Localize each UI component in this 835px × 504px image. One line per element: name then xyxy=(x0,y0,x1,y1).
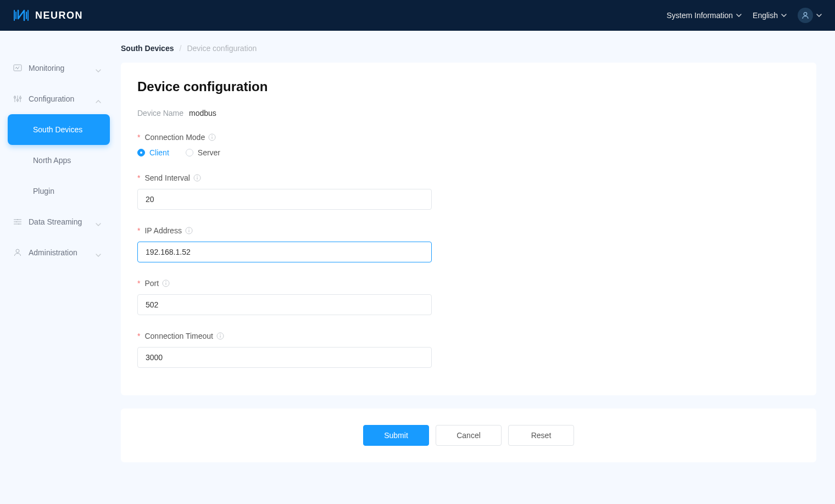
sidebar-item-label: North Apps xyxy=(33,156,71,165)
port-input[interactable] xyxy=(137,294,432,315)
sidebar-item-monitoring[interactable]: Monitoring xyxy=(0,53,110,83)
system-info-menu[interactable]: System Information xyxy=(666,11,742,20)
breadcrumb-separator: / xyxy=(179,44,181,53)
sidebar-item-configuration[interactable]: Configuration xyxy=(0,83,110,114)
radio-client[interactable]: Client xyxy=(137,148,169,157)
sidebar-item-label: Configuration xyxy=(29,94,89,103)
sidebar: Monitoring Configuration South Devi xyxy=(0,31,110,504)
form-label: * Connection Mode xyxy=(137,133,800,142)
info-icon[interactable] xyxy=(185,227,193,234)
stream-icon xyxy=(13,217,22,226)
svg-rect-11 xyxy=(212,137,213,139)
breadcrumb-current: Device configuration xyxy=(187,44,257,53)
language-menu[interactable]: English xyxy=(753,11,787,20)
radio-label: Server xyxy=(198,148,220,157)
field-ip-address: * IP Address xyxy=(137,226,800,262)
user-menu[interactable] xyxy=(798,8,822,23)
field-connection-timeout: * Connection Timeout xyxy=(137,332,800,368)
svg-rect-4 xyxy=(20,97,21,99)
field-port: * Port xyxy=(137,279,800,315)
svg-point-0 xyxy=(804,13,807,16)
form-label: * IP Address xyxy=(137,226,800,235)
required-star: * xyxy=(137,226,140,235)
svg-rect-14 xyxy=(197,177,197,180)
app-header: NEURON System Information English xyxy=(0,0,835,31)
sliders-icon xyxy=(13,94,22,103)
submit-button[interactable]: Submit xyxy=(363,425,429,446)
svg-point-6 xyxy=(16,221,17,222)
connection-timeout-input[interactable] xyxy=(137,347,432,368)
cancel-button[interactable]: Cancel xyxy=(436,425,502,446)
send-interval-input[interactable] xyxy=(137,189,432,210)
svg-rect-3 xyxy=(17,99,19,101)
sidebar-submenu-configuration: South Devices North Apps Plugin xyxy=(8,114,110,206)
ip-address-input[interactable] xyxy=(137,242,432,262)
required-star: * xyxy=(137,173,140,182)
required-star: * xyxy=(137,332,140,340)
svg-point-13 xyxy=(197,176,198,177)
chevron-down-icon xyxy=(816,14,822,17)
system-info-label: System Information xyxy=(666,11,733,20)
label-text: Connection Mode xyxy=(144,133,205,142)
device-name-label: Device Name xyxy=(137,109,183,117)
chevron-down-icon xyxy=(96,65,101,71)
svg-point-19 xyxy=(165,281,166,282)
form-label: * Send Interval xyxy=(137,173,800,182)
svg-rect-2 xyxy=(14,97,16,98)
logo[interactable]: NEURON xyxy=(13,9,83,22)
breadcrumb-root[interactable]: South Devices xyxy=(121,44,174,53)
language-label: English xyxy=(753,11,778,20)
svg-rect-17 xyxy=(188,230,189,232)
svg-point-5 xyxy=(17,219,18,220)
info-icon[interactable] xyxy=(216,332,224,340)
connection-mode-radio-group: Client Server xyxy=(137,148,800,157)
avatar xyxy=(798,8,813,23)
label-text: Send Interval xyxy=(144,173,190,182)
sidebar-item-data-streaming[interactable]: Data Streaming xyxy=(0,206,110,237)
label-text: IP Address xyxy=(144,226,181,235)
field-connection-mode: * Connection Mode Client Server xyxy=(137,133,800,157)
page-title: Device configuration xyxy=(137,79,800,94)
required-star: * xyxy=(137,133,140,142)
breadcrumb: South Devices / Device configuration xyxy=(121,44,816,53)
monitor-icon xyxy=(13,64,22,72)
sidebar-item-label: Plugin xyxy=(33,187,54,195)
radio-icon xyxy=(137,149,145,156)
chevron-down-icon xyxy=(736,14,742,17)
chevron-down-icon xyxy=(781,14,787,17)
label-text: Connection Timeout xyxy=(144,332,213,340)
svg-point-10 xyxy=(211,135,213,136)
sidebar-item-label: Administration xyxy=(29,248,89,257)
info-icon[interactable] xyxy=(162,279,170,287)
radio-label: Client xyxy=(149,148,169,157)
svg-point-16 xyxy=(188,228,190,229)
sidebar-item-plugin[interactable]: Plugin xyxy=(8,176,110,206)
main-content: South Devices / Device configuration Dev… xyxy=(110,31,835,504)
svg-point-22 xyxy=(220,334,221,335)
reset-button[interactable]: Reset xyxy=(508,425,574,446)
radio-server[interactable]: Server xyxy=(186,148,220,157)
logo-text: NEURON xyxy=(35,10,83,21)
sidebar-item-north-apps[interactable]: North Apps xyxy=(8,145,110,176)
neuron-logo-icon xyxy=(13,9,30,22)
svg-rect-1 xyxy=(14,65,21,71)
required-star: * xyxy=(137,279,140,288)
device-name-value: modbus xyxy=(189,109,216,117)
chevron-down-icon xyxy=(96,250,101,255)
header-right: System Information English xyxy=(666,8,822,23)
user-icon xyxy=(801,12,809,19)
sidebar-item-label: South Devices xyxy=(33,125,82,134)
device-name-row: Device Name modbus xyxy=(137,109,800,117)
user-icon xyxy=(13,248,22,257)
radio-icon xyxy=(186,149,193,156)
chevron-up-icon xyxy=(96,96,101,102)
sidebar-item-label: Data Streaming xyxy=(29,217,89,226)
config-card: Device configuration Device Name modbus … xyxy=(121,63,816,395)
sidebar-item-label: Monitoring xyxy=(29,64,89,72)
info-icon[interactable] xyxy=(193,174,201,182)
svg-point-8 xyxy=(16,249,19,253)
footer-card: Submit Cancel Reset xyxy=(121,408,816,462)
sidebar-item-south-devices[interactable]: South Devices xyxy=(8,114,110,145)
info-icon[interactable] xyxy=(208,133,216,141)
sidebar-item-administration[interactable]: Administration xyxy=(0,237,110,268)
